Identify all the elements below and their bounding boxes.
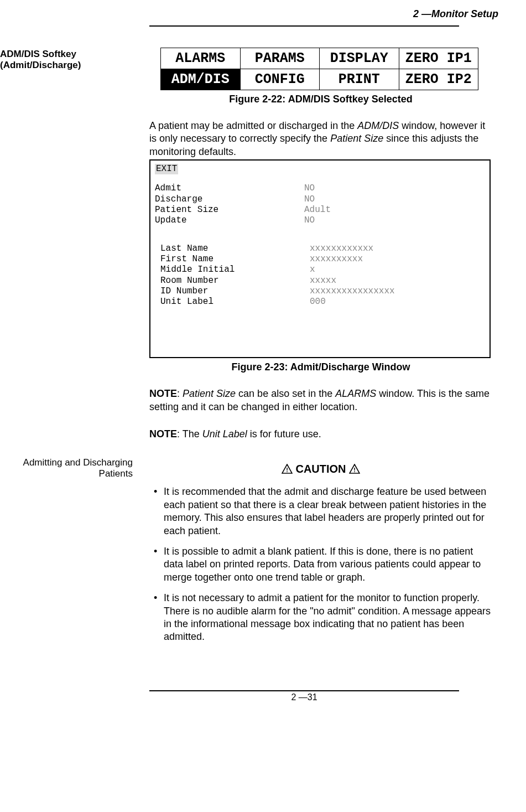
softkey-config[interactable]: CONFIG: [240, 69, 320, 90]
text-italic: Patient Size: [330, 133, 383, 144]
field-label: Last Name: [155, 244, 310, 254]
note-prefix: NOTE: [149, 428, 177, 439]
note-2: NOTE: The Unit Label is for future use.: [149, 428, 492, 441]
field-label: Unit Label: [155, 297, 310, 307]
field-value[interactable]: x: [310, 265, 315, 275]
softkey-print[interactable]: PRINT: [320, 69, 399, 90]
field-label: Patient Size: [155, 205, 304, 215]
list-item: It is possible to admit a blank patient.…: [149, 545, 492, 584]
paragraph-intro: A patient may be admitted or discharged …: [149, 120, 492, 158]
admdis-window: EXIT AdmitNO DischargeNO Patient SizeAdu…: [149, 159, 491, 358]
page-number: 2 —31: [149, 692, 459, 702]
field-value[interactable]: NO: [304, 215, 315, 226]
field-value[interactable]: NO: [304, 183, 315, 194]
softkey-zero-ip1[interactable]: ZERO IP1: [399, 48, 478, 69]
field-value[interactable]: xxxxxxxxxxxx: [310, 244, 373, 254]
list-item: It is not necessary to admit a patient f…: [149, 592, 492, 644]
field-value[interactable]: xxxxxxxxxxxxxxxx: [310, 286, 395, 297]
warning-icon: !: [282, 464, 293, 477]
note-1: NOTE: Patient Size can be also set in th…: [149, 387, 492, 413]
top-rule: [149, 25, 459, 27]
softkey-admdis[interactable]: ADM/DIS: [161, 69, 241, 90]
field-label: Update: [155, 215, 304, 226]
softkey-params[interactable]: PARAMS: [240, 48, 320, 69]
caution-text: CAUTION: [295, 463, 346, 475]
note-prefix: NOTE: [149, 388, 177, 399]
bottom-rule: [149, 690, 459, 691]
field-label: Room Number: [155, 276, 310, 286]
text: is for future use.: [247, 428, 321, 439]
svg-text:!: !: [353, 467, 356, 473]
field-label: Admit: [155, 183, 304, 194]
field-value[interactable]: xxxxxxxxxx: [310, 254, 363, 265]
field-value[interactable]: xxxxx: [310, 276, 336, 286]
side-heading-admdis: ADM/DIS Softkey (Admit/Discharge): [0, 43, 149, 441]
softkey-table: ALARMS PARAMS DISPLAY ZERO IP1 ADM/DIS C…: [160, 48, 478, 90]
field-value[interactable]: 000: [310, 297, 326, 307]
field-value[interactable]: Adult: [304, 205, 331, 215]
softkey-alarms[interactable]: ALARMS: [161, 48, 241, 69]
text: :: [177, 388, 183, 399]
warning-icon: !: [349, 464, 360, 477]
field-label: Discharge: [155, 194, 304, 205]
softkey-zero-ip2[interactable]: ZERO IP2: [399, 69, 478, 90]
field-label: Middle Initial: [155, 265, 310, 275]
side-heading-admitting: Admitting and Discharging Patients: [0, 452, 149, 651]
svg-text:!: !: [286, 467, 288, 473]
list-item: It is recommended that the admit and dis…: [149, 485, 492, 537]
text-italic: Patient Size: [183, 388, 236, 399]
softkey-display[interactable]: DISPLAY: [320, 48, 399, 69]
text: : The: [177, 428, 202, 439]
text-italic: ALARMS: [335, 388, 376, 399]
exit-option[interactable]: EXIT: [155, 164, 178, 174]
field-label: First Name: [155, 254, 310, 265]
text: can be also set in the: [236, 388, 335, 399]
text: A patient may be admitted or discharged …: [149, 120, 357, 131]
figure-caption-1: Figure 2-22: ADM/DIS Softkey Selected: [149, 94, 492, 105]
field-label: ID Number: [155, 286, 310, 297]
text-italic: ADM/DIS: [357, 120, 399, 131]
caution-heading: ! CAUTION !: [149, 463, 492, 477]
figure-caption-2: Figure 2-23: Admit/Discharge Window: [149, 361, 492, 373]
running-header: 2 —Monitor Setup: [0, 8, 504, 20]
caution-list: It is recommended that the admit and dis…: [149, 485, 492, 643]
field-value[interactable]: NO: [304, 194, 315, 205]
text-italic: Unit Label: [202, 428, 247, 439]
